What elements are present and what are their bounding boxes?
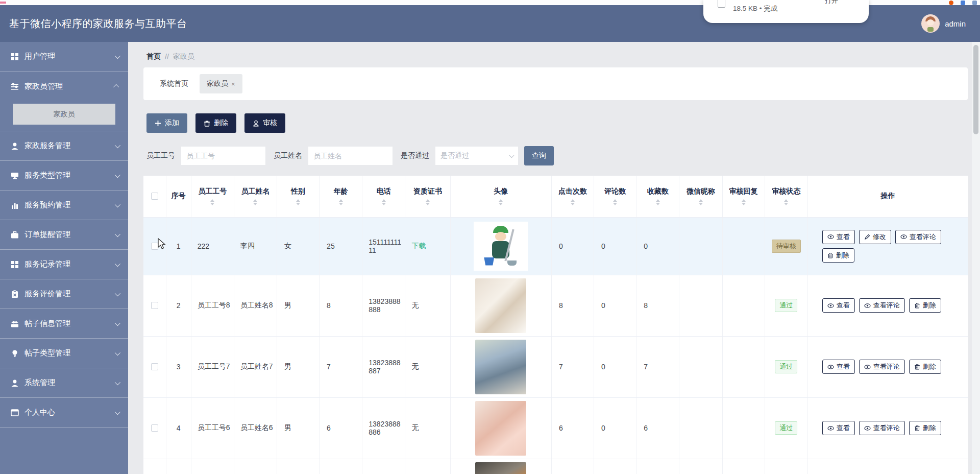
column-header[interactable]: 审核状态: [765, 176, 807, 217]
column-header[interactable]: 年龄: [320, 176, 362, 217]
chevron-down-icon: [115, 379, 120, 385]
cell-gender: 男: [277, 459, 319, 474]
sidebar-item-service-review-mgmt[interactable]: 服务评价管理: [0, 279, 128, 309]
sidebar-item-post-type-mgmt[interactable]: 帖子类型管理: [0, 339, 128, 368]
cell-wechat: [679, 275, 722, 336]
pass-select[interactable]: 是否通过: [435, 147, 518, 165]
view-comments-row-button[interactable]: 查看评论: [895, 230, 941, 244]
cell-emp-name: 李四: [234, 217, 277, 275]
briefcase-icon: [10, 230, 19, 240]
cell-gender: 男: [277, 275, 319, 336]
view-comments-row-button[interactable]: 查看评论: [859, 298, 905, 313]
plus-icon: [155, 120, 161, 127]
chevron-down-icon: [115, 201, 120, 207]
delete-button[interactable]: 删除: [195, 113, 236, 133]
view-comments-row-button[interactable]: 查看评论: [859, 360, 905, 374]
tab-system-home[interactable]: 系统首页: [153, 74, 195, 93]
query-button[interactable]: 查询: [524, 146, 554, 165]
delete-row-button[interactable]: 删除: [909, 360, 941, 374]
row-checkbox[interactable]: [151, 302, 158, 309]
sort-icon[interactable]: [426, 199, 430, 205]
sidebar-item-housekeeper-mgmt[interactable]: 家政员管理: [0, 72, 128, 101]
sidebar-item-personal-center[interactable]: 个人中心: [0, 398, 128, 428]
view-row-button[interactable]: 查看: [822, 421, 855, 435]
sort-icon[interactable]: [210, 199, 214, 205]
cell-avatar: [450, 275, 551, 336]
sidebar-item-system-mgmt[interactable]: 系统管理: [0, 368, 128, 398]
sidebar-item-service-record-mgmt[interactable]: 服务记录管理: [0, 250, 128, 279]
sort-icon[interactable]: [382, 199, 386, 205]
sidebar-item-service-type-mgmt[interactable]: 服务类型管理: [0, 161, 128, 191]
cell-index: 4: [166, 397, 191, 459]
cert-download-link[interactable]: 下载: [411, 242, 426, 250]
sort-icon[interactable]: [296, 199, 300, 205]
orange-extension-icon[interactable]: [949, 1, 953, 5]
column-header[interactable]: 员工工号: [191, 176, 234, 217]
sidebar-item-booking-mgmt[interactable]: 服务预约管理: [0, 191, 128, 220]
view-comments-row-button[interactable]: 查看评论: [859, 421, 905, 435]
cell-actions: 查看查看评论删除: [807, 336, 968, 397]
sort-icon[interactable]: [656, 199, 660, 205]
sort-icon[interactable]: [253, 199, 257, 205]
audit-button[interactable]: 审核: [244, 113, 285, 133]
column-header[interactable]: 资质证书: [405, 176, 450, 217]
sort-icon[interactable]: [784, 199, 788, 205]
delete-row-button[interactable]: 删除: [822, 248, 854, 263]
sort-icon[interactable]: [742, 199, 746, 205]
cell-avatar: [450, 336, 551, 397]
breadcrumb-current: 家政员: [173, 52, 194, 61]
column-header[interactable]: 头像: [450, 176, 551, 217]
blue-extension-icon-2[interactable]: [972, 1, 977, 5]
column-header[interactable]: 微信昵称: [679, 176, 722, 217]
row-checkbox[interactable]: [151, 363, 158, 370]
view-row-button[interactable]: 查看: [822, 298, 855, 313]
sidebar-item-service-mgmt[interactable]: 家政服务管理: [0, 131, 128, 161]
view-row-button[interactable]: 查看: [822, 360, 855, 374]
column-header[interactable]: 审核回复: [722, 176, 765, 217]
user-menu[interactable]: admin: [921, 14, 966, 33]
breadcrumb-home[interactable]: 首页: [146, 52, 161, 61]
download-notification[interactable]: 打开 18.5 KB • 完成: [703, 0, 869, 23]
column-header[interactable]: 收藏数: [636, 176, 679, 217]
column-header[interactable]: 性别: [277, 176, 319, 217]
sort-icon[interactable]: [571, 199, 575, 205]
cell-emp-name: 员工姓名6: [234, 397, 277, 459]
sort-icon[interactable]: [699, 199, 703, 205]
blue-extension-icon[interactable]: [961, 1, 965, 5]
row-checkbox[interactable]: [151, 424, 158, 432]
trash-icon: [204, 120, 210, 127]
sidebar-item-user-mgmt[interactable]: 用户管理: [0, 42, 128, 72]
row-checkbox[interactable]: [151, 243, 158, 250]
select-all-checkbox[interactable]: [151, 193, 158, 200]
delete-row-button[interactable]: 删除: [909, 298, 941, 313]
empno-input[interactable]: [181, 147, 265, 165]
sidebar-submenu: 家政员: [0, 101, 128, 131]
download-open-label[interactable]: 打开: [825, 0, 838, 5]
sort-icon[interactable]: [339, 199, 343, 205]
column-header: 操作: [807, 176, 968, 217]
cell-actions: 查看查看评论删除: [807, 275, 968, 336]
sidebar-item-post-info-mgmt[interactable]: 帖子信息管理: [0, 309, 128, 339]
view-row-button[interactable]: 查看: [822, 230, 855, 244]
close-icon[interactable]: ×: [231, 80, 235, 88]
column-header[interactable]: 电话: [362, 176, 405, 217]
sidebar-item-order-reminder-mgmt[interactable]: 订单提醒管理: [0, 220, 128, 250]
column-header[interactable]: 评论数: [594, 176, 636, 217]
cell-actions: 查看修改查看评论删除: [807, 217, 968, 275]
cell-favorites: 8: [636, 275, 679, 336]
avatar-cartoon-cleaner: [474, 222, 528, 271]
sort-icon[interactable]: [499, 199, 503, 205]
tab-housekeeper[interactable]: 家政员 ×: [200, 74, 242, 93]
cell-reply: [722, 459, 765, 474]
sort-icon[interactable]: [613, 199, 617, 205]
column-header[interactable]: 员工姓名: [234, 176, 277, 217]
edit-row-button[interactable]: 修改: [859, 230, 891, 244]
cell-status: 通过: [765, 397, 807, 459]
delete-row-button[interactable]: 删除: [909, 421, 941, 435]
scrollbar-thumb[interactable]: [973, 45, 978, 134]
add-button[interactable]: 添加: [146, 113, 187, 133]
column-header[interactable]: 点击次数: [551, 176, 594, 217]
sidebar-subitem-housekeeper[interactable]: 家政员: [13, 104, 115, 125]
vertical-scrollbar[interactable]: [972, 42, 980, 474]
name-input[interactable]: [308, 147, 393, 165]
